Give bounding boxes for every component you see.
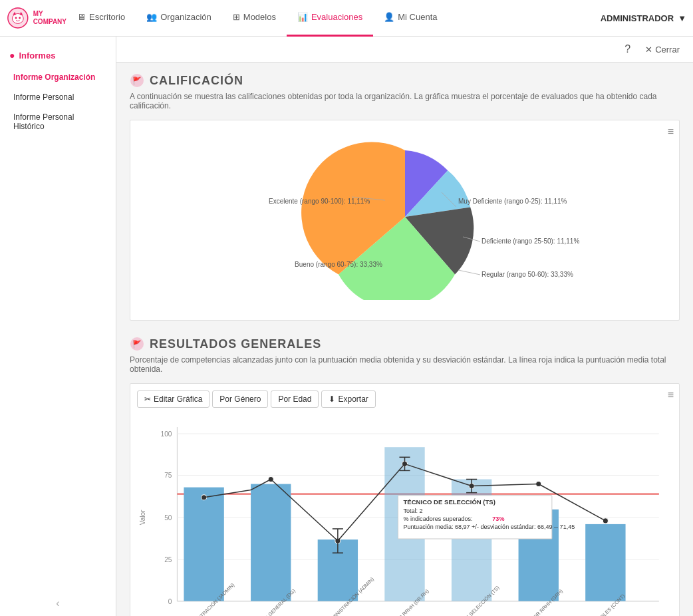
bar-chart-wrapper: 100 75 50 25 0 Valor bbox=[137, 414, 672, 616]
resultados-desc: Porcentaje de competencias alcanzadas ju… bbox=[130, 355, 680, 374]
user-icon: 👤 bbox=[384, 12, 394, 22]
label-line-regular bbox=[458, 270, 480, 275]
logo: MY COMPANY bbox=[7, 6, 67, 30]
sidebar-header: ● Informes bbox=[0, 43, 116, 67]
por-genero-button[interactable]: Por Género bbox=[212, 390, 268, 408]
svg-text:🚩: 🚩 bbox=[132, 76, 142, 85]
topnav: MY COMPANY 🖥 Escritorio 👥 Organización ⊞… bbox=[0, 0, 693, 37]
chart-icon: 📊 bbox=[297, 12, 308, 22]
layout: ● Informes Informe Organización Informe … bbox=[0, 37, 693, 616]
tooltip-indicators-label: % indicadores superados: bbox=[403, 516, 472, 522]
bar-chart-svg: 100 75 50 25 0 Valor bbox=[137, 414, 672, 616]
org-icon: 👥 bbox=[146, 12, 157, 22]
svg-point-5 bbox=[15, 17, 17, 19]
editar-grafica-button[interactable]: ✂ Editar Gráfica bbox=[137, 390, 209, 408]
calificacion-desc: A continuación se muestra las calificaci… bbox=[130, 92, 680, 110]
edit-icon: ✂ bbox=[144, 394, 151, 404]
svg-text:50: 50 bbox=[164, 514, 172, 522]
resultados-title: 🚩 RESULTADOS GENERALES bbox=[130, 337, 680, 351]
svg-text:100: 100 bbox=[161, 430, 172, 438]
reports-icon: ● bbox=[9, 50, 15, 61]
label-regular-text: Regular (rango 50-60): 33,33% bbox=[482, 271, 573, 278]
bar-cont bbox=[585, 524, 625, 601]
grid-icon: ⊞ bbox=[233, 12, 240, 22]
content-area: 🚩 CALIFICACIÓN A continuación se muestra… bbox=[116, 63, 693, 616]
desktop-icon: 🖥 bbox=[77, 12, 86, 22]
exportar-button[interactable]: ⬇ Exportar bbox=[321, 390, 375, 408]
bar-chart-menu[interactable]: ≡ bbox=[668, 389, 674, 401]
nav-items: 🖥 Escritorio 👥 Organización ⊞ Modelos 📊 … bbox=[67, 0, 601, 37]
calificacion-title: 🚩 CALIFICACIÓN bbox=[130, 73, 680, 88]
label-deficiente-text: Deficiente (rango 25-50): 11,11% bbox=[482, 237, 579, 245]
svg-text:0: 0 bbox=[168, 598, 172, 605]
bar-chart-container: ≡ ✂ Editar Gráfica Por Género Por Edad ⬇ bbox=[130, 383, 680, 616]
nav-modelos[interactable]: ⊞ Modelos bbox=[222, 0, 287, 37]
download-icon: ⬇ bbox=[329, 394, 335, 404]
sidebar-item-informe-organizacion[interactable]: Informe Organización bbox=[0, 67, 116, 87]
svg-point-6 bbox=[19, 17, 21, 19]
pie-chart-container: ≡ bbox=[130, 120, 680, 321]
sidebar-item-informe-personal[interactable]: Informe Personal bbox=[0, 87, 116, 107]
sidebar-item-informe-personal-historico[interactable]: Informe Personal Histórico bbox=[0, 107, 116, 136]
nav-mi-cuenta[interactable]: 👤 Mi Cuenta bbox=[373, 0, 448, 37]
bar-chart-controls: ✂ Editar Gráfica Por Género Por Edad ⬇ E… bbox=[137, 390, 672, 408]
nav-organizacion[interactable]: 👥 Organización bbox=[136, 0, 222, 37]
label-excelente-text: Excelente (rango 90-100): 11,11% bbox=[269, 198, 370, 205]
resultados-icon: 🚩 bbox=[130, 337, 144, 351]
close-button[interactable]: ✕ Cerrar bbox=[640, 42, 685, 57]
calificacion-icon: 🚩 bbox=[130, 73, 144, 88]
main-content: ? ✕ Cerrar 🚩 CALIFICACIÓN A continuación… bbox=[116, 37, 693, 616]
sidebar-collapse-btn[interactable]: ‹ bbox=[56, 597, 59, 609]
tooltip-mean-text: Puntuación media: 68,97 +/- desviación e… bbox=[403, 524, 575, 530]
pie-chart: Bueno (rango 60-75): 33,33% Excelente (r… bbox=[222, 134, 588, 300]
sidebar: ● Informes Informe Organización Informe … bbox=[0, 37, 116, 616]
svg-text:Valor: Valor bbox=[139, 510, 146, 525]
close-icon: ✕ bbox=[645, 45, 652, 55]
chevron-down-icon: ▼ bbox=[678, 13, 686, 23]
help-button[interactable]: ? bbox=[621, 41, 634, 58]
svg-point-2 bbox=[12, 13, 23, 23]
logo-icon bbox=[7, 6, 29, 30]
por-edad-button[interactable]: Por Edad bbox=[271, 390, 319, 408]
nav-evaluaciones[interactable]: 📊 Evaluaciones bbox=[287, 0, 373, 37]
tooltip-title-text: TÉCNICO DE SELECCIÓN (TS) bbox=[403, 498, 495, 506]
label-bueno: Bueno (rango 60-75): 33,33% bbox=[295, 261, 382, 268]
tooltip-indicators-value: 73% bbox=[492, 516, 504, 522]
nav-escritorio[interactable]: 🖥 Escritorio bbox=[67, 0, 136, 37]
main-toolbar: ? ✕ Cerrar bbox=[116, 37, 693, 63]
logo-text: MY COMPANY bbox=[33, 10, 67, 26]
label-muy-deficiente-text: Muy Deficiente (rango 0-25): 11,11% bbox=[458, 198, 567, 205]
svg-text:🚩: 🚩 bbox=[132, 339, 142, 349]
pie-chart-menu[interactable]: ≡ bbox=[668, 126, 674, 138]
nav-user[interactable]: ADMINISTRADOR ▼ bbox=[601, 13, 686, 23]
svg-text:75: 75 bbox=[164, 472, 172, 479]
pie-wrapper: Bueno (rango 60-75): 33,33% Excelente (r… bbox=[137, 127, 672, 313]
tooltip-total: Total: 2 bbox=[403, 508, 422, 514]
svg-text:25: 25 bbox=[164, 556, 172, 563]
bar-jadmin bbox=[184, 488, 223, 601]
bar-dg bbox=[251, 484, 291, 601]
